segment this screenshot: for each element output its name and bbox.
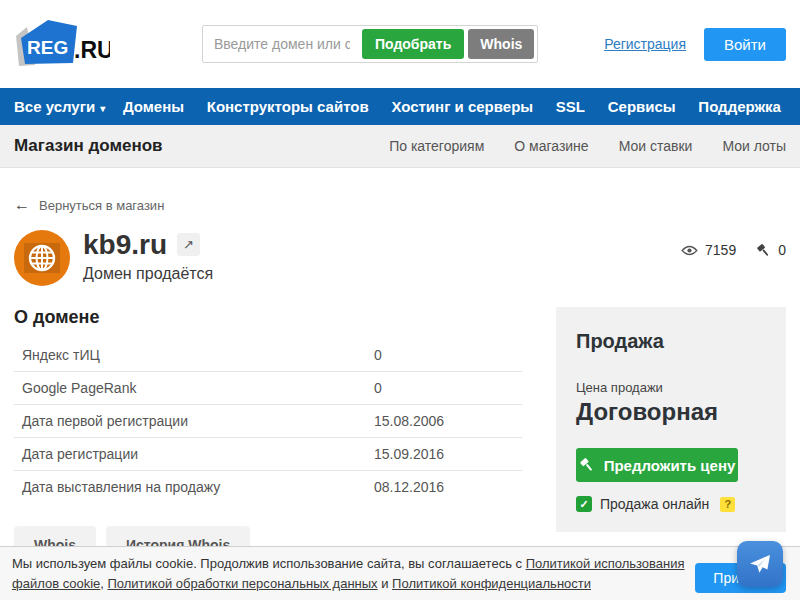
globe-icon bbox=[14, 230, 70, 286]
row-label: Дата первой регистрации bbox=[22, 413, 374, 429]
gavel-icon bbox=[756, 243, 771, 258]
eye-icon bbox=[681, 244, 698, 257]
table-row: Дата первой регистрации 15.08.2006 bbox=[14, 405, 522, 438]
auth-area: Регистрация Войти bbox=[604, 28, 786, 61]
sub-nav-link[interactable]: По категориям bbox=[389, 138, 484, 154]
row-value: 15.08.2006 bbox=[374, 413, 444, 429]
help-icon[interactable]: ? bbox=[720, 497, 735, 512]
price-label: Цена продажи bbox=[576, 380, 766, 395]
sale-title: Продажа bbox=[576, 330, 766, 353]
row-label: Дата выставления на продажу bbox=[22, 479, 374, 495]
bids-count: 0 bbox=[778, 242, 786, 258]
online-sale-checkbox[interactable]: ✓ bbox=[576, 496, 592, 512]
row-value: 15.09.2016 bbox=[374, 446, 444, 462]
sub-nav-link[interactable]: Мои ставки bbox=[619, 138, 693, 154]
sub-nav: Магазин доменов По категориямО магазинеМ… bbox=[0, 125, 800, 168]
login-button[interactable]: Войти bbox=[704, 28, 786, 61]
back-to-shop-link[interactable]: ← Вернуться в магазин bbox=[14, 197, 164, 213]
main-nav-item[interactable]: SSL bbox=[556, 98, 590, 115]
gavel-icon bbox=[579, 457, 595, 473]
row-value: 08.12.2016 bbox=[374, 479, 444, 495]
main-nav-item[interactable]: Сервисы bbox=[608, 98, 681, 115]
domain-header: kb9.ru ↗ Домен продаётся 7159 0 bbox=[14, 230, 786, 286]
top-header: REG .RU Подобрать Whois Регистрация Войт… bbox=[0, 0, 800, 88]
main-nav-item[interactable]: Конструкторы сайтов bbox=[207, 98, 374, 115]
sale-panel: Продажа Цена продажи Договорная Предложи… bbox=[556, 307, 786, 532]
table-row: Дата выставления на продажу 08.12.2016 bbox=[14, 471, 522, 503]
about-title: О домене bbox=[14, 307, 522, 328]
main-nav-item[interactable]: Домены bbox=[123, 98, 189, 115]
privacy-policy-link[interactable]: Политикой конфиденциальности bbox=[392, 576, 591, 591]
domain-stats: 7159 0 bbox=[681, 230, 786, 258]
page-title: Магазин доменов bbox=[14, 136, 163, 156]
row-value: 0 bbox=[374, 380, 382, 396]
columns: О домене Яндекс тИЦ 0 Google PageRank 0 … bbox=[14, 307, 786, 564]
search-submit-button[interactable]: Подобрать bbox=[362, 29, 464, 59]
regru-logo-icon: REG .RU bbox=[14, 16, 110, 72]
domain-name: kb9.ru bbox=[83, 230, 167, 259]
sub-nav-link[interactable]: О магазине bbox=[514, 138, 588, 154]
sub-nav-links: По категориямО магазинеМои ставкиМои лот… bbox=[389, 138, 786, 154]
domain-search-group: Подобрать Whois bbox=[202, 25, 538, 63]
cookie-bar: Мы используем файлы cookie. Продолжив ис… bbox=[0, 546, 800, 600]
cookie-text: Мы используем файлы cookie. Продолжив ис… bbox=[12, 554, 704, 593]
row-label: Дата регистрации bbox=[22, 446, 374, 462]
online-sale-label: Продажа онлайн bbox=[600, 496, 709, 512]
table-row: Дата регистрации 15.09.2016 bbox=[14, 438, 522, 471]
svg-text:REG: REG bbox=[27, 37, 68, 58]
search-input[interactable] bbox=[206, 31, 358, 57]
whois-header-button[interactable]: Whois bbox=[468, 29, 534, 59]
main-nav-item[interactable]: Все услуги▾ bbox=[14, 98, 105, 115]
external-link-icon[interactable]: ↗ bbox=[177, 233, 200, 256]
about-section: О домене Яндекс тИЦ 0 Google PageRank 0 … bbox=[14, 307, 522, 564]
row-label: Google PageRank bbox=[22, 380, 374, 396]
regru-logo[interactable]: REG .RU bbox=[14, 16, 110, 72]
table-row: Яндекс тИЦ 0 bbox=[14, 339, 522, 372]
domain-status: Домен продаётся bbox=[83, 265, 213, 283]
table-row: Google PageRank 0 bbox=[14, 372, 522, 405]
sub-nav-link[interactable]: Мои лоты bbox=[722, 138, 786, 154]
row-label: Яндекс тИЦ bbox=[22, 347, 374, 363]
main-nav-item[interactable]: Поддержка bbox=[698, 98, 786, 115]
main-nav-item[interactable]: Хостинг и серверы bbox=[391, 98, 538, 115]
paper-plane-icon bbox=[748, 552, 772, 576]
main-nav: Все услуги▾ Домены Конструкторы сайтов Х… bbox=[0, 88, 800, 125]
online-sale-row: ✓ Продажа онлайн ? bbox=[576, 496, 766, 512]
offer-price-button[interactable]: Предложить цену bbox=[576, 448, 738, 482]
back-link-label: Вернуться в магазин bbox=[39, 198, 164, 213]
views-count: 7159 bbox=[705, 242, 736, 258]
chat-widget-button[interactable] bbox=[737, 541, 783, 587]
chevron-down-icon: ▾ bbox=[100, 103, 105, 114]
register-link[interactable]: Регистрация bbox=[604, 36, 686, 52]
price-value: Договорная bbox=[576, 398, 766, 426]
domain-titles: kb9.ru ↗ Домен продаётся bbox=[83, 230, 213, 283]
svg-text:.RU: .RU bbox=[74, 37, 110, 63]
row-value: 0 bbox=[374, 347, 382, 363]
personal-data-policy-link[interactable]: Политикой обработки персональных данных bbox=[107, 576, 377, 591]
offer-button-label: Предложить цену bbox=[604, 457, 736, 474]
about-table: Яндекс тИЦ 0 Google PageRank 0 Дата перв… bbox=[14, 339, 522, 503]
content: ← Вернуться в магазин kb9.ru ↗ Домен про… bbox=[0, 197, 800, 564]
back-arrow-icon: ← bbox=[14, 197, 30, 213]
